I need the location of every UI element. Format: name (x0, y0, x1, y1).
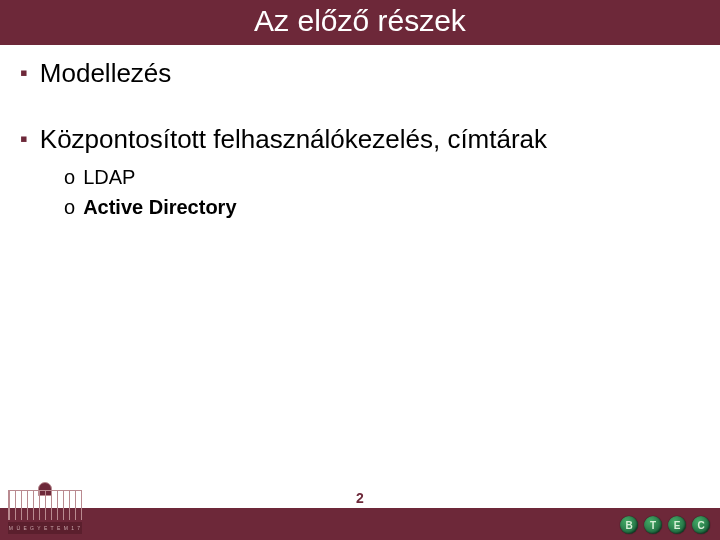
footer-badges: B T E C (620, 516, 710, 534)
badge-icon: T (644, 516, 662, 534)
sub-bullet-item: o LDAP (64, 164, 700, 190)
slide: Az előző részek ▪ Modellezés ▪ Központos… (0, 0, 720, 540)
logo-caption: M Ű E G Y E T E M 1 7 8 2 (8, 522, 82, 534)
sub-list: o LDAP o Active Directory (64, 164, 700, 220)
square-bullet-icon: ▪ (20, 124, 28, 154)
square-bullet-icon: ▪ (20, 58, 28, 88)
university-logo: M Ű E G Y E T E M 1 7 8 2 (8, 490, 82, 534)
badge-icon: B (620, 516, 638, 534)
bullet-item: ▪ Központosított felhasználókezelés, cím… (20, 124, 700, 154)
slide-title: Az előző részek (0, 0, 720, 45)
page-number: 2 (0, 490, 720, 506)
sub-bullet-text: Active Directory (83, 194, 236, 220)
badge-icon: C (692, 516, 710, 534)
sub-bullet-text: LDAP (83, 164, 135, 190)
bullet-item: ▪ Modellezés (20, 58, 700, 88)
bullet-text: Központosított felhasználókezelés, címtá… (40, 124, 547, 154)
footer-bar (0, 508, 720, 540)
badge-icon: E (668, 516, 686, 534)
sub-bullet-item: o Active Directory (64, 194, 700, 220)
logo-building-icon (8, 490, 82, 520)
circle-bullet-icon: o (64, 164, 75, 190)
circle-bullet-icon: o (64, 194, 75, 220)
slide-body: ▪ Modellezés ▪ Központosított felhasznál… (20, 58, 700, 224)
bullet-text: Modellezés (40, 58, 172, 88)
